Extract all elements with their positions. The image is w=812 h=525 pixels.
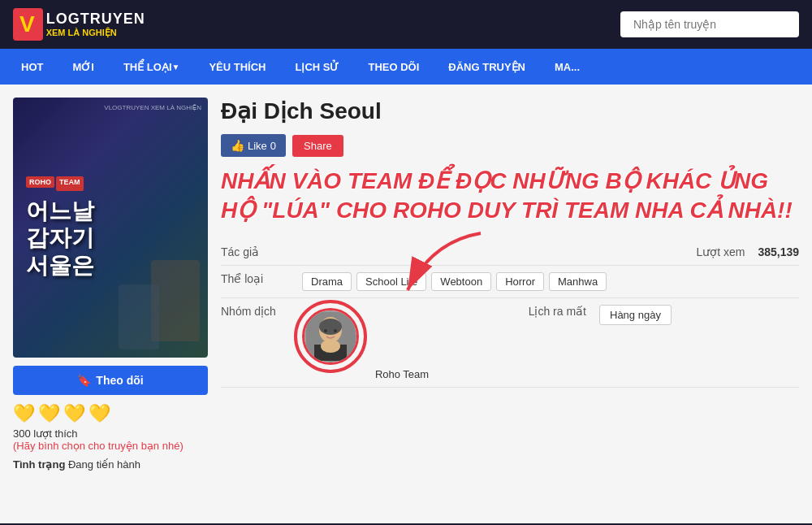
logo-box: V (13, 8, 43, 41)
svg-point-5 (324, 329, 327, 332)
likes-note[interactable]: (Hãy bình chọn cho truyện bạn nhé) (13, 440, 208, 452)
nhom-dich-label: Nhóm dịch (221, 305, 302, 318)
right-panel: Đại Dịch Seoul 👍 Like 0 Share NHẤN VÀO T… (221, 98, 799, 510)
manga-title: Đại Dịch Seoul (221, 98, 799, 124)
genre-manhwa[interactable]: Manhwa (549, 272, 607, 291)
main-content: VLOGTRUYEN XEM LÀ NGHIỆN ROHO TEAM 어느날 갑… (0, 85, 812, 523)
bookmark-icon: 🔖 (77, 374, 91, 387)
status-label: Tình trạng (13, 458, 65, 471)
info-row-nhomdich: Nhóm dịch (221, 298, 799, 388)
cover-badge-team: TEAM (56, 176, 84, 191)
genre-horror[interactable]: Horror (496, 272, 544, 291)
svg-point-2 (319, 319, 342, 335)
cover-korean-text: 어느날 갑자기 서울은 (26, 197, 94, 280)
nav-lichsu[interactable]: LỊCH SỬ (280, 49, 353, 85)
nav-theodoi[interactable]: THEO DÕI (353, 49, 434, 85)
luot-xem-value: 385,139 (758, 245, 799, 258)
tac-gia-label: Tác giả (221, 245, 302, 258)
schedule-button[interactable]: Hàng ngày (599, 305, 672, 325)
manga-cover: VLOGTRUYEN XEM LÀ NGHIỆN ROHO TEAM 어느날 갑… (13, 98, 208, 358)
logo: V LOGTRUYEN XEM LÀ NGHIỆN (13, 8, 145, 41)
nhom-dich-value: Roho Team (302, 305, 502, 380)
logo-v-icon: V (19, 11, 35, 37)
left-panel: VLOGTRUYEN XEM LÀ NGHIỆN ROHO TEAM 어느날 갑… (13, 98, 208, 510)
nav-theloai[interactable]: THỂ LOẠI (109, 49, 195, 85)
team-container: Roho Team (302, 308, 502, 380)
main-nav: HOT MỚI THỂ LOẠI YÊU THÍCH LỊCH SỬ THEO … (0, 49, 812, 85)
like-count: 0 (270, 140, 276, 152)
team-name: Roho Team (302, 368, 502, 380)
info-row-theloai: Thể loại Drama School Life Webtoon Horro… (221, 266, 799, 298)
heart-1-icon: 💛 (13, 403, 35, 424)
header: V LOGTRUYEN XEM LÀ NGHIỆN (0, 0, 812, 49)
heart-2-icon: 💛 (38, 403, 60, 424)
svg-point-6 (334, 329, 337, 332)
nav-more[interactable]: MA... (540, 49, 594, 85)
heart-4-icon: 💛 (89, 403, 110, 424)
logo-title: LOGTRUYEN (46, 11, 145, 28)
genre-tags: Drama School Life Webtoon Horror Manhwa (302, 272, 799, 291)
follow-label: Theo dõi (96, 374, 143, 387)
luot-xem-label: Lượt xem (660, 245, 758, 258)
nav-dangtruyen[interactable]: ĐĂNG TRUYỆN (434, 49, 540, 85)
logo-text: LOGTRUYEN XEM LÀ NGHIỆN (46, 11, 145, 38)
promo-text: NHẤN VÀO TEAM ĐỂ ĐỌC NHỮNG BỘ KHÁC ỦNG H… (221, 167, 799, 226)
team-avatar-img (306, 312, 355, 361)
nav-hot[interactable]: HOT (6, 49, 58, 85)
lich-ra-mat-value: Hàng ngày (599, 305, 799, 325)
likes-count: 300 lượt thích (13, 427, 208, 440)
like-label: Like (248, 140, 267, 152)
thumbup-icon: 👍 (231, 139, 244, 152)
team-avatar[interactable] (302, 308, 359, 365)
status-row: Tình trạng Đang tiến hành (13, 458, 208, 471)
lich-ra-mat-label: Lịch ra mất (502, 305, 599, 318)
info-table: Tác giả Lượt xem 385,139 Thể loại Drama … (221, 239, 799, 388)
genre-tags-container: Drama School Life Webtoon Horror Manhwa (302, 272, 799, 291)
team-avatar-inner (304, 310, 356, 362)
action-row: 👍 Like 0 Share (221, 134, 799, 157)
genre-webtoon[interactable]: Webtoon (431, 272, 491, 291)
the-loai-label: Thể loại (221, 272, 302, 285)
like-button[interactable]: 👍 Like 0 (221, 134, 286, 157)
follow-button[interactable]: 🔖 Theo dõi (13, 366, 208, 395)
search-input[interactable] (620, 11, 799, 37)
genre-school-life[interactable]: School Life (356, 272, 426, 291)
share-button[interactable]: Share (292, 135, 343, 157)
heart-3-icon: 💛 (63, 403, 85, 424)
logo-subtitle: XEM LÀ NGHIỆN (46, 28, 145, 38)
nav-moi[interactable]: MỚI (58, 49, 108, 85)
heart-row: 💛 💛 💛 💛 (13, 403, 208, 424)
status-value: Đang tiến hành (68, 458, 140, 471)
cover-badge-roho: ROHO (26, 176, 54, 188)
info-row-tacgia: Tác giả Lượt xem 385,139 (221, 239, 799, 266)
nav-yeuthich[interactable]: YÊU THÍCH (194, 49, 280, 85)
svg-point-4 (321, 340, 340, 353)
cover-overlay: ROHO TEAM 어느날 갑자기 서울은 (13, 98, 208, 358)
genre-drama[interactable]: Drama (302, 272, 352, 291)
